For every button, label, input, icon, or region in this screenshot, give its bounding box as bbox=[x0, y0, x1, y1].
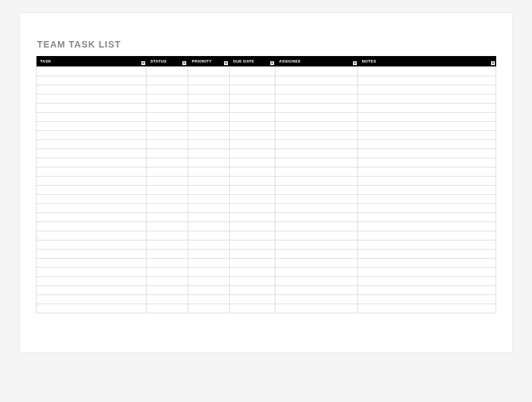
cell-assignee[interactable] bbox=[275, 103, 358, 112]
cell-duedate[interactable] bbox=[229, 212, 275, 222]
cell-notes[interactable] bbox=[358, 240, 496, 249]
cell-duedate[interactable] bbox=[229, 276, 275, 285]
filter-dropdown-icon[interactable] bbox=[182, 61, 186, 65]
cell-assignee[interactable] bbox=[275, 240, 358, 249]
cell-priority[interactable] bbox=[188, 203, 229, 212]
cell-assignee[interactable] bbox=[275, 185, 358, 194]
column-header-priority[interactable]: PRIORITY bbox=[188, 56, 229, 66]
cell-status[interactable] bbox=[147, 76, 188, 85]
cell-task[interactable] bbox=[36, 231, 147, 240]
cell-assignee[interactable] bbox=[275, 76, 358, 85]
cell-priority[interactable] bbox=[188, 304, 229, 313]
cell-priority[interactable] bbox=[188, 240, 229, 249]
cell-duedate[interactable] bbox=[229, 103, 275, 112]
cell-task[interactable] bbox=[36, 167, 147, 176]
cell-assignee[interactable] bbox=[275, 212, 358, 222]
cell-assignee[interactable] bbox=[275, 276, 358, 285]
column-header-duedate[interactable]: DUE DATE bbox=[229, 56, 275, 66]
cell-duedate[interactable] bbox=[229, 85, 275, 94]
cell-notes[interactable] bbox=[358, 276, 496, 285]
cell-priority[interactable] bbox=[188, 94, 229, 103]
cell-duedate[interactable] bbox=[229, 285, 275, 294]
cell-task[interactable] bbox=[36, 112, 147, 121]
cell-duedate[interactable] bbox=[229, 121, 275, 130]
cell-task[interactable] bbox=[36, 130, 147, 139]
column-header-assignee[interactable]: ASSIGNEE bbox=[275, 56, 358, 66]
cell-priority[interactable] bbox=[188, 276, 229, 285]
cell-notes[interactable] bbox=[358, 85, 496, 94]
cell-notes[interactable] bbox=[358, 222, 496, 231]
cell-task[interactable] bbox=[36, 222, 147, 231]
cell-status[interactable] bbox=[147, 212, 188, 222]
cell-notes[interactable] bbox=[358, 258, 496, 267]
cell-assignee[interactable] bbox=[275, 285, 358, 294]
cell-notes[interactable] bbox=[358, 176, 496, 185]
cell-duedate[interactable] bbox=[229, 194, 275, 203]
cell-duedate[interactable] bbox=[229, 130, 275, 139]
cell-duedate[interactable] bbox=[229, 66, 275, 76]
cell-duedate[interactable] bbox=[229, 203, 275, 212]
cell-status[interactable] bbox=[147, 194, 188, 203]
cell-assignee[interactable] bbox=[275, 139, 358, 149]
cell-priority[interactable] bbox=[188, 222, 229, 231]
cell-status[interactable] bbox=[147, 185, 188, 194]
cell-status[interactable] bbox=[147, 285, 188, 294]
cell-task[interactable] bbox=[36, 103, 147, 112]
cell-task[interactable] bbox=[36, 249, 147, 258]
cell-duedate[interactable] bbox=[229, 149, 275, 158]
cell-priority[interactable] bbox=[188, 285, 229, 294]
cell-status[interactable] bbox=[147, 66, 188, 76]
cell-duedate[interactable] bbox=[229, 94, 275, 103]
cell-priority[interactable] bbox=[188, 167, 229, 176]
cell-notes[interactable] bbox=[358, 267, 496, 276]
column-header-notes[interactable]: NOTES bbox=[358, 56, 496, 66]
cell-notes[interactable] bbox=[358, 121, 496, 130]
cell-task[interactable] bbox=[36, 85, 147, 94]
cell-notes[interactable] bbox=[358, 249, 496, 258]
cell-priority[interactable] bbox=[188, 66, 229, 76]
cell-notes[interactable] bbox=[358, 167, 496, 176]
cell-duedate[interactable] bbox=[229, 240, 275, 249]
cell-task[interactable] bbox=[36, 276, 147, 285]
cell-assignee[interactable] bbox=[275, 258, 358, 267]
cell-priority[interactable] bbox=[188, 267, 229, 276]
cell-assignee[interactable] bbox=[275, 158, 358, 167]
cell-priority[interactable] bbox=[188, 158, 229, 167]
cell-priority[interactable] bbox=[188, 185, 229, 194]
cell-status[interactable] bbox=[147, 176, 188, 185]
cell-duedate[interactable] bbox=[229, 222, 275, 231]
cell-assignee[interactable] bbox=[275, 267, 358, 276]
cell-priority[interactable] bbox=[188, 130, 229, 139]
cell-priority[interactable] bbox=[188, 231, 229, 240]
cell-notes[interactable] bbox=[358, 149, 496, 158]
cell-task[interactable] bbox=[36, 267, 147, 276]
cell-task[interactable] bbox=[36, 176, 147, 185]
cell-status[interactable] bbox=[147, 304, 188, 313]
cell-duedate[interactable] bbox=[229, 258, 275, 267]
cell-status[interactable] bbox=[147, 149, 188, 158]
cell-priority[interactable] bbox=[188, 149, 229, 158]
cell-duedate[interactable] bbox=[229, 176, 275, 185]
cell-duedate[interactable] bbox=[229, 231, 275, 240]
cell-status[interactable] bbox=[147, 85, 188, 94]
cell-priority[interactable] bbox=[188, 121, 229, 130]
cell-status[interactable] bbox=[147, 267, 188, 276]
cell-status[interactable] bbox=[147, 103, 188, 112]
cell-notes[interactable] bbox=[358, 103, 496, 112]
cell-status[interactable] bbox=[147, 240, 188, 249]
cell-status[interactable] bbox=[147, 112, 188, 121]
cell-status[interactable] bbox=[147, 130, 188, 139]
cell-status[interactable] bbox=[147, 231, 188, 240]
cell-assignee[interactable] bbox=[275, 94, 358, 103]
cell-task[interactable] bbox=[36, 258, 147, 267]
cell-duedate[interactable] bbox=[229, 304, 275, 313]
cell-assignee[interactable] bbox=[275, 304, 358, 313]
cell-task[interactable] bbox=[36, 294, 147, 304]
cell-duedate[interactable] bbox=[229, 158, 275, 167]
cell-status[interactable] bbox=[147, 203, 188, 212]
cell-duedate[interactable] bbox=[229, 112, 275, 121]
cell-task[interactable] bbox=[36, 304, 147, 313]
cell-duedate[interactable] bbox=[229, 249, 275, 258]
cell-task[interactable] bbox=[36, 94, 147, 103]
cell-task[interactable] bbox=[36, 240, 147, 249]
